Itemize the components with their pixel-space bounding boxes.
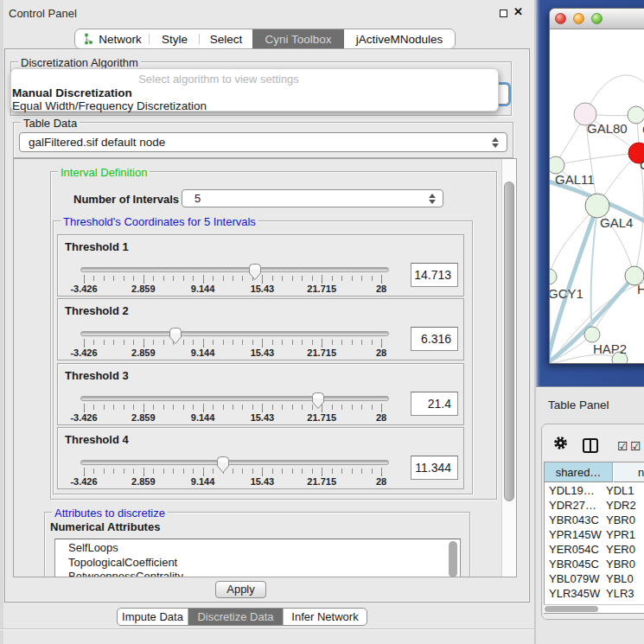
svg-text:GAL4: GAL4 (600, 215, 633, 230)
tab-jactivemnodules[interactable]: jActiveMNodules (344, 29, 455, 48)
numerical-attributes-label: Numerical Attributes (50, 520, 160, 533)
table-panel-title: Table Panel (548, 399, 609, 411)
table-row[interactable]: YPR145WYPR1 (545, 527, 644, 542)
tab-infer-network[interactable]: Infer Network (284, 609, 367, 625)
threshold-panel: Threshold 1 -3.426 2.859 9.144 15.43 21.… (57, 234, 464, 296)
right-region: GAL80 GA C GAL11 GAL4 GCY1 H HAP2 Table … (536, 0, 644, 644)
svg-text:H: H (637, 282, 644, 296)
table-row[interactable]: YDL19…YDL1 (545, 483, 644, 498)
panel-left-edge (0, 0, 3, 644)
table-data-group: Table Data galFiltered.sif default node (13, 122, 513, 158)
tab-discretize-data[interactable]: Discretize Data (188, 609, 284, 625)
apply-button[interactable]: Apply (215, 581, 266, 598)
column-header-name[interactable]: n (614, 462, 644, 482)
tab-label: jActiveMNodules (356, 33, 443, 46)
svg-text:HAP2: HAP2 (593, 341, 627, 356)
tab-cyni-toolbox[interactable]: Cyni Toolbox (252, 29, 344, 48)
group-title: Table Data (21, 117, 80, 130)
group-title: Threshold's Coordinates for 5 Intervals (61, 215, 258, 228)
tab-label: Select (210, 33, 243, 46)
interval-definition-group: Interval Definition Number of Intervals … (50, 171, 497, 500)
spinner-arrows-icon (428, 193, 436, 205)
table-row[interactable]: YBL079WYBL0 (545, 571, 644, 586)
slider-track[interactable] (80, 460, 389, 465)
slider-thumb[interactable] (169, 328, 182, 345)
minimize-traffic-light[interactable] (573, 13, 584, 24)
slider-track[interactable] (80, 331, 389, 336)
network-view-window: GAL80 GA C GAL11 GAL4 GCY1 H HAP2 (549, 8, 644, 364)
threshold-label: Threshold 2 (65, 304, 129, 317)
settings-scroll-panel: Interval Definition Number of Intervals … (13, 158, 517, 577)
network-icon (83, 33, 93, 45)
dropdown-item-manual[interactable]: Manual Discretization (12, 86, 132, 99)
control-panel: Control Panel ✕ Network Style Select Cyn… (0, 0, 536, 644)
slider-track[interactable] (80, 267, 389, 272)
threshold-label: Threshold 1 (65, 240, 129, 253)
num-intervals-label: Number of Intervals (73, 193, 179, 206)
vertical-scrollbar[interactable] (501, 159, 517, 577)
tab-style[interactable]: Style (150, 29, 200, 48)
threshold-panel: Threshold 2 -3.426 2.859 9.144 15.43 21.… (57, 298, 464, 360)
list-scrollbar[interactable] (449, 541, 457, 577)
scrollbar-thumb[interactable] (504, 182, 514, 501)
list-item[interactable]: SelfLoops (68, 541, 460, 556)
gear-icon[interactable] (553, 436, 568, 450)
tab-network[interactable]: Network (75, 29, 150, 48)
cyni-toolbox-panel: Discretization Algorithm Table Data galF… (4, 48, 530, 603)
svg-text:C: C (640, 157, 644, 172)
table-panel-footer (544, 613, 644, 620)
bottom-tab-bar: Impute Data Discretize Data Infer Networ… (117, 608, 367, 626)
table-row[interactable]: YBR045CYBR0 (545, 557, 644, 571)
table-row[interactable]: YER054CYER0 (545, 542, 644, 557)
cytoscape-desktop: GAL80 GA C GAL11 GAL4 GCY1 H HAP2 (536, 0, 644, 386)
scrollbar-thumb[interactable] (545, 606, 598, 612)
attributes-group: Attributes to discretize Numerical Attri… (44, 512, 470, 577)
tab-bar: Network Style Select Cyni Toolbox jActiv… (74, 29, 456, 49)
threshold-value-field[interactable]: 6.316 (411, 327, 458, 351)
num-intervals-value: 5 (194, 192, 201, 205)
horizontal-scrollbar[interactable] (544, 604, 644, 613)
slider-thumb[interactable] (216, 456, 230, 474)
network-canvas[interactable]: GAL80 GA C GAL11 GAL4 GCY1 H HAP2 (550, 29, 644, 363)
dropdown-item-equal-width[interactable]: Equal Width/Frequency Discretization (12, 99, 207, 112)
close-traffic-light[interactable] (555, 13, 566, 24)
attributes-list[interactable]: SelfLoops TopologicalCoefficient Between… (54, 539, 461, 577)
table-row[interactable]: YBR043CYBR0 (545, 513, 644, 527)
threshold-panel: Threshold 3 -3.426 2.859 9.144 15.43 21.… (57, 363, 464, 425)
table-row[interactable]: YLR345WYLR3 (545, 586, 644, 601)
zoom-traffic-light[interactable] (591, 13, 603, 24)
slider-track[interactable] (80, 396, 389, 401)
threshold-label: Threshold 4 (65, 433, 129, 446)
tab-label: Cyni Toolbox (265, 33, 331, 46)
table-panel-box: ☑ ☑ shared… n YDL19…YDL1 YDR27…YDR2 YBR0… (541, 424, 644, 620)
columns-icon[interactable] (583, 438, 598, 453)
close-icon[interactable]: ✕ (513, 5, 523, 18)
table-data-value: galFiltered.sif default node (29, 136, 165, 149)
group-title: Interval Definition (58, 166, 150, 179)
num-intervals-spinner[interactable]: 5 (182, 189, 443, 207)
checkbox-icon[interactable]: ☑ (630, 439, 641, 453)
tab-impute-data[interactable]: Impute Data (118, 609, 188, 625)
tab-select[interactable]: Select (200, 29, 252, 48)
group-title: Discretization Algorithm (18, 56, 141, 69)
svg-text:GAL11: GAL11 (555, 172, 595, 187)
threshold-value-field[interactable]: 11.344 (411, 456, 458, 480)
list-item[interactable]: BetweennessCentrality (68, 570, 460, 577)
thresholds-group: Threshold's Coordinates for 5 Intervals … (53, 220, 473, 494)
combo-arrows-icon (491, 137, 499, 149)
node-table: shared… n YDL19…YDL1 YDR27…YDR2 YBR043CY… (544, 462, 644, 619)
slider-thumb[interactable] (248, 264, 262, 281)
control-panel-title: Control Panel (9, 7, 77, 20)
table-data-combobox[interactable]: galFiltered.sif default node (19, 132, 507, 152)
table-row[interactable]: YDR27…YDR2 (545, 498, 644, 513)
list-item[interactable]: TopologicalCoefficient (68, 556, 460, 571)
slider-thumb[interactable] (311, 392, 325, 410)
checkbox-icon[interactable]: ☑ (617, 439, 628, 453)
algorithm-dropdown-popup: Select algorithm to view settings Manual… (10, 68, 499, 112)
column-header-shared[interactable]: shared… (545, 462, 613, 482)
window-titlebar[interactable] (550, 9, 644, 29)
tab-label: Network (99, 33, 142, 46)
threshold-value-field[interactable]: 21.4 (411, 392, 458, 416)
threshold-value-field[interactable]: 14.713 (411, 263, 458, 287)
float-window-icon[interactable] (500, 10, 507, 17)
